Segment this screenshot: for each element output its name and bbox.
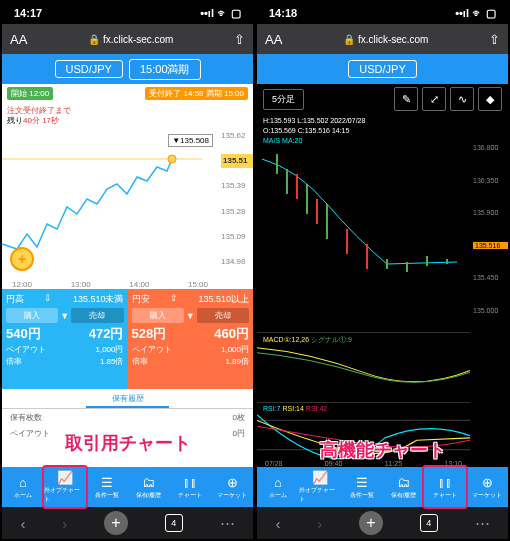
lock-icon: 🔒 bbox=[343, 34, 355, 45]
pair-button[interactable]: USD/JPY bbox=[348, 60, 416, 78]
status-time: 14:17 bbox=[14, 7, 42, 19]
menu-icon[interactable]: ⋯ bbox=[220, 514, 235, 532]
back-icon[interactable]: ‹ bbox=[20, 515, 25, 532]
indicator-icon[interactable]: ∿ bbox=[450, 87, 474, 111]
wifi-icon: ᯤ bbox=[217, 7, 228, 19]
globe-icon: ⊕ bbox=[227, 475, 238, 490]
nav-history[interactable]: 🗂保有/履歴 bbox=[127, 467, 169, 507]
tabs-button[interactable]: 4 bbox=[165, 514, 183, 532]
y-axis: 136.800 136.350 135.900 135.516 135.450 … bbox=[470, 144, 508, 314]
buy-btn[interactable]: 購入 bbox=[6, 308, 58, 323]
trade-high[interactable]: 円高⇩135.510未満 購入▼売却 540円472円 ペイアウト1,000円 … bbox=[2, 289, 128, 389]
lock-icon: 🔒 bbox=[88, 34, 100, 45]
nav-opchart[interactable]: 📈外オプチャート bbox=[299, 467, 341, 507]
nav-conditions[interactable]: ☰条件一覧 bbox=[86, 467, 128, 507]
new-tab-icon[interactable]: + bbox=[104, 511, 128, 535]
line-chart bbox=[2, 129, 202, 269]
nav-home[interactable]: ⌂ホーム bbox=[2, 467, 44, 507]
browser-url-bar: AA 🔒fx.click-sec.com ⇧ bbox=[257, 24, 508, 54]
sub-tabs: 保有履歴 bbox=[2, 389, 253, 409]
x-axis: 12:00 13:00 14:00 15:00 bbox=[2, 280, 218, 289]
browser-toolbar: ‹ › + 4 ⋯ bbox=[2, 507, 253, 539]
pencil-icon[interactable]: ✎ bbox=[394, 87, 418, 111]
menu-icon[interactable]: ⋯ bbox=[475, 514, 490, 532]
status-time: 14:18 bbox=[269, 7, 297, 19]
caption-left: 取引用チャート bbox=[65, 431, 191, 455]
trade-panel: 円高⇩135.510未満 購入▼売却 540円472円 ペイアウト1,000円 … bbox=[2, 289, 253, 389]
back-icon[interactable]: ‹ bbox=[275, 515, 280, 532]
share-icon[interactable]: ⇧ bbox=[489, 32, 500, 47]
eraser-icon[interactable]: ◆ bbox=[478, 87, 502, 111]
sell-btn[interactable]: 売却 bbox=[71, 308, 123, 323]
text-size-icon[interactable]: AA bbox=[265, 32, 282, 47]
trend-icon[interactable]: ⤢ bbox=[422, 87, 446, 111]
tab[interactable] bbox=[2, 389, 86, 408]
url-text[interactable]: 🔒fx.click-sec.com bbox=[288, 34, 483, 45]
candle-icon: ⫿⫿ bbox=[183, 475, 197, 490]
nav-conditions[interactable]: ☰条件一覧 bbox=[341, 467, 383, 507]
text-size-icon[interactable]: AA bbox=[10, 32, 27, 47]
time-remaining: 注文受付終了まで 残り40分 17秒 bbox=[7, 106, 71, 127]
start-badge: 開始 12:00 bbox=[7, 87, 53, 100]
chart-area[interactable]: 開始 12:00 受付終了 14:58 満期 15:00 注文受付終了まで 残り… bbox=[2, 84, 253, 289]
chart-header: 開始 12:00 受付終了 14:58 満期 15:00 bbox=[2, 84, 253, 103]
tabs-button[interactable]: 4 bbox=[420, 514, 438, 532]
wifi-icon: ᯤ bbox=[472, 7, 483, 19]
battery-icon: ▢ bbox=[486, 7, 496, 20]
chart-toolbar: 5分足 ✎ ⤢ ∿ ◆ bbox=[257, 84, 508, 114]
chart-icon: 📈 bbox=[312, 470, 328, 485]
nav-history[interactable]: 🗂保有/履歴 bbox=[382, 467, 424, 507]
status-bar: 14:17 ••ıl ᯤ ▢ bbox=[2, 2, 253, 24]
status-icons: ••ıl ᯤ ▢ bbox=[200, 7, 241, 20]
signal-icon: ••ıl bbox=[200, 7, 214, 19]
status-icons: ••ıl ᯤ ▢ bbox=[455, 7, 496, 20]
end-badge: 受付終了 14:58 満期 15:00 bbox=[145, 87, 248, 100]
nav-chart[interactable]: ⫿⫿チャート bbox=[424, 467, 466, 507]
chart-icon: 📈 bbox=[57, 470, 73, 485]
nav-home[interactable]: ⌂ホーム bbox=[257, 467, 299, 507]
pair-button[interactable]: USD/JPY bbox=[55, 60, 123, 78]
nav-chart[interactable]: ⫿⫿チャート bbox=[169, 467, 211, 507]
svg-point-1 bbox=[168, 155, 176, 163]
expiry-button[interactable]: 15:00満期 bbox=[129, 59, 201, 80]
held-row: 保有枚数0枚 bbox=[2, 409, 253, 425]
tab[interactable] bbox=[169, 389, 253, 408]
home-icon: ⌂ bbox=[19, 475, 27, 490]
browser-url-bar: AA 🔒fx.click-sec.com ⇧ bbox=[2, 24, 253, 54]
pair-bar: USD/JPY bbox=[257, 54, 508, 84]
pair-bar: USD/JPY 15:00満期 bbox=[2, 54, 253, 84]
y-axis: 135.62 135.51 135.39 135.28 135.09 134.9… bbox=[218, 129, 253, 269]
app-nav: ⌂ホーム 📈外オプチャート ☰条件一覧 🗂保有/履歴 ⫿⫿チャート ⊕マーケット bbox=[257, 467, 508, 507]
advanced-chart[interactable]: 5分足 ✎ ⤢ ∿ ◆ H:135.593 L:135.502 2022/07/… bbox=[257, 84, 508, 467]
list-icon: ☰ bbox=[101, 475, 113, 490]
history-icon: 🗂 bbox=[397, 475, 410, 490]
browser-toolbar: ‹ › + 4 ⋯ bbox=[257, 507, 508, 539]
list-icon: ☰ bbox=[356, 475, 368, 490]
nav-market[interactable]: ⊕マーケット bbox=[211, 467, 253, 507]
signal-icon: ••ıl bbox=[455, 7, 469, 19]
app-nav: ⌂ホーム 📈外オプチャート ☰条件一覧 🗂保有/履歴 ⫿⫿チャート ⊕マーケット bbox=[2, 467, 253, 507]
home-icon: ⌂ bbox=[274, 475, 282, 490]
forward-icon[interactable]: › bbox=[62, 515, 67, 532]
globe-icon: ⊕ bbox=[482, 475, 493, 490]
candle-icon: ⫿⫿ bbox=[438, 475, 452, 490]
url-text[interactable]: 🔒fx.click-sec.com bbox=[33, 34, 228, 45]
forward-icon[interactable]: › bbox=[317, 515, 322, 532]
buy-btn[interactable]: 購入 bbox=[132, 308, 184, 323]
history-icon: 🗂 bbox=[142, 475, 155, 490]
trade-low[interactable]: 円安⇧135.510以上 購入▼売却 528円460円 ペイアウト1,000円 … bbox=[128, 289, 254, 389]
caption-right: 高機能チャート bbox=[320, 438, 446, 462]
sell-btn[interactable]: 売却 bbox=[197, 308, 249, 323]
nav-opchart[interactable]: 📈外オプチャート bbox=[44, 467, 86, 507]
tab-active[interactable]: 保有履歴 bbox=[86, 389, 170, 408]
ohlc-info: H:135.593 L:135.502 2022/07/28 O:135.569… bbox=[263, 116, 365, 145]
nav-market[interactable]: ⊕マーケット bbox=[466, 467, 508, 507]
battery-icon: ▢ bbox=[231, 7, 241, 20]
share-icon[interactable]: ⇧ bbox=[234, 32, 245, 47]
status-bar: 14:18 ••ıl ᯤ ▢ bbox=[257, 2, 508, 24]
timeframe-button[interactable]: 5分足 bbox=[263, 89, 304, 110]
new-tab-icon[interactable]: + bbox=[359, 511, 383, 535]
phone-right: 14:18 ••ıl ᯤ ▢ AA 🔒fx.click-sec.com ⇧ US… bbox=[257, 2, 508, 539]
phone-left: 14:17 ••ıl ᯤ ▢ AA 🔒fx.click-sec.com ⇧ US… bbox=[2, 2, 253, 539]
add-button[interactable]: + bbox=[10, 247, 34, 271]
